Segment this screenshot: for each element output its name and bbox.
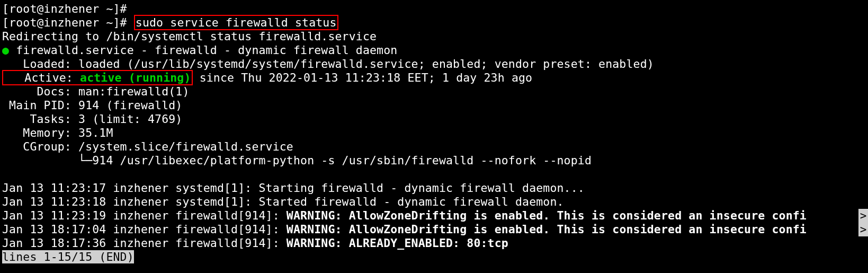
tasks-line: Tasks: 3 (limit: 4769) <box>2 112 182 126</box>
shell-prompt: [root@inzhener ~]# <box>2 2 127 15</box>
unit-line: firewalld.service - firewalld - dynamic … <box>9 43 397 57</box>
redirect-line: Redirecting to /bin/systemctl status fir… <box>2 30 377 43</box>
loaded-line: Loaded: loaded (/usr/lib/systemd/system/… <box>2 57 654 71</box>
log-warning: WARNING: AllowZoneDrifting is enabled. T… <box>287 209 807 222</box>
log-line-prefix: Jan 13 11:23:19 inzhener firewalld[914]: <box>2 209 287 222</box>
active-rest: since Thu 2022-01-13 11:23:18 EET; 1 day… <box>193 71 533 84</box>
highlighted-command: sudo service firewalld status <box>134 15 338 30</box>
truncation-indicator-icon: > <box>858 209 868 223</box>
cgroup-line: CGroup: /system.slice/firewalld.service <box>2 140 293 153</box>
terminal-output[interactable]: [root@inzhener ~]# [root@inzhener ~]# su… <box>0 0 868 264</box>
log-line-prefix: Jan 13 18:17:36 inzhener firewalld[914]: <box>2 236 287 250</box>
pager-status: lines 1-15/15 (END) <box>2 250 134 263</box>
mainpid-line: Main PID: 914 (firewalld) <box>2 99 182 112</box>
log-line-prefix: Jan 13 18:17:04 inzhener firewalld[914]: <box>2 223 287 236</box>
shell-prompt: [root@inzhener ~]# <box>2 16 127 29</box>
highlighted-active-line: Active: active (running) <box>2 70 193 85</box>
active-label: Active: <box>4 71 80 84</box>
cgroup-child-line: └─914 /usr/libexec/platform-python -s /u… <box>2 154 592 167</box>
docs-line: Docs: man:firewalld(1) <box>2 85 190 98</box>
log-line: Jan 13 11:23:17 inzhener systemd[1]: Sta… <box>2 181 585 195</box>
log-warning: WARNING: ALREADY_ENABLED: 80:tcp <box>287 236 508 250</box>
log-warning: WARNING: AllowZoneDrifting is enabled. T… <box>287 223 807 236</box>
status-dot-icon: ● <box>2 43 9 57</box>
active-status: active (running) <box>80 71 191 84</box>
memory-line: Memory: 35.1M <box>2 126 113 139</box>
log-line: Jan 13 11:23:18 inzhener systemd[1]: Sta… <box>2 195 564 208</box>
truncation-indicator-icon: > <box>858 223 868 236</box>
